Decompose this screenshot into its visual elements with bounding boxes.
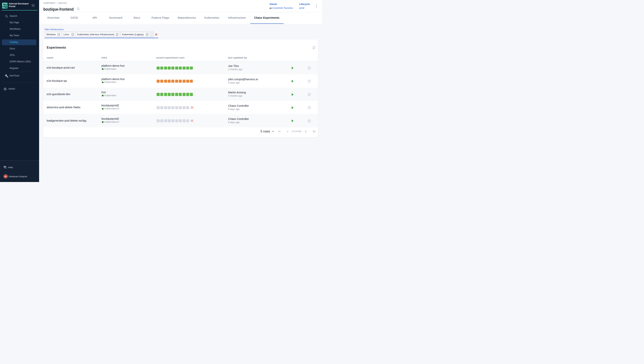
svg-text:?: ? xyxy=(5,166,5,167)
